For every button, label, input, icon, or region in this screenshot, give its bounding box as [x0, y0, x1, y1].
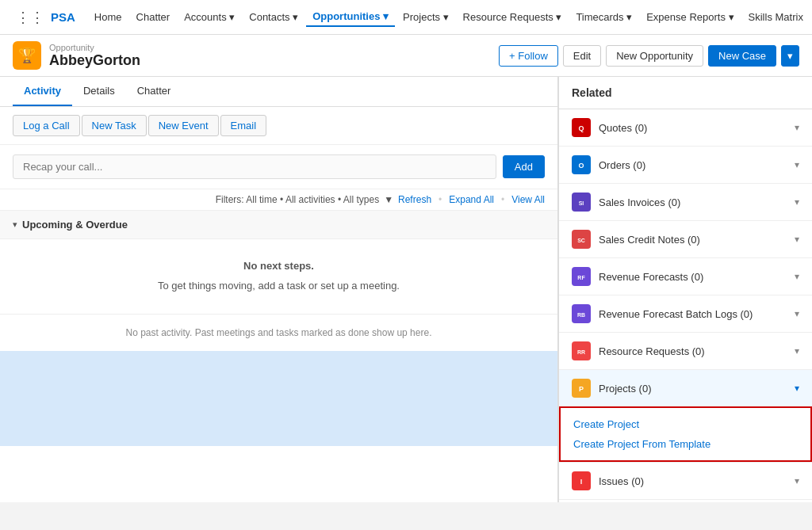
chevron-down-icon: ▾ — [443, 11, 449, 23]
get-things-moving: To get things moving, add a task or set … — [13, 278, 545, 295]
nav-opportunities[interactable]: Opportunities ▾ — [306, 7, 395, 27]
nav-projects[interactable]: Projects ▾ — [396, 8, 455, 26]
revenue-forecast-batch-logs-icon: RB — [572, 304, 591, 323]
chevron-down-icon: ▾ — [729, 11, 734, 23]
related-item-resource-requests[interactable]: RR Resource Requests (0) ▾ — [559, 333, 812, 370]
resource-requests-icon: RR — [572, 341, 591, 360]
new-opportunity-button[interactable]: New Opportunity — [606, 45, 703, 67]
revenue-forecast-batch-logs-chevron: ▾ — [795, 308, 799, 319]
related-item-quotes[interactable]: Q Quotes (0) ▾ — [559, 109, 812, 147]
top-nav-bar: F ⋮⋮ PSA Home Chatter Accounts ▾ Contact… — [0, 0, 812, 35]
new-task-button[interactable]: New Task — [82, 115, 147, 136]
project-dropdown-content: Create Project Create Project From Templ… — [559, 406, 812, 462]
left-panel: Activity Details Chatter Log a Call New … — [0, 77, 558, 502]
revenue-forecast-batch-logs-label: Revenue Forecast Batch Logs (0) — [599, 308, 753, 320]
upcoming-chevron: ▾ — [13, 219, 17, 230]
chevron-down-icon: ▾ — [626, 11, 632, 23]
nav-timecards[interactable]: Timecards ▾ — [569, 8, 638, 26]
nav-skills-matrix[interactable]: Skills Matrix — [742, 8, 810, 26]
empty-state: No next steps. To get things moving, add… — [0, 239, 557, 314]
svg-text:SI: SI — [579, 200, 584, 206]
issues-icon: I — [572, 471, 591, 490]
svg-text:RF: RF — [577, 275, 585, 280]
activity-actions: Log a Call New Task New Event Email — [0, 107, 557, 145]
expand-all-link[interactable]: Expand All — [449, 194, 494, 205]
chevron-down-icon: ▾ — [556, 11, 561, 23]
upcoming-section-header[interactable]: ▾ Upcoming & Overdue — [0, 211, 557, 239]
new-case-button[interactable]: New Case — [708, 45, 776, 67]
opp-name: AbbeyGorton — [49, 52, 140, 69]
filters-text: Filters: All time • All activities • All… — [216, 194, 379, 205]
orders-chevron: ▾ — [795, 159, 799, 170]
issues-chevron: ▾ — [795, 475, 799, 486]
new-event-button[interactable]: New Event — [148, 115, 219, 136]
related-item-orders[interactable]: O Orders (0) ▾ — [559, 147, 812, 184]
grid-icon[interactable]: ⋮⋮ — [16, 9, 44, 26]
revenue-forecasts-icon: RF — [572, 267, 591, 286]
related-item-revenue-forecast-batch-logs[interactable]: RB Revenue Forecast Batch Logs (0) ▾ — [559, 296, 812, 333]
create-project-link[interactable]: Create Project — [573, 414, 798, 434]
sales-invoices-chevron: ▾ — [795, 196, 799, 208]
main-layout: Activity Details Chatter Log a Call New … — [0, 77, 812, 502]
activity-tabs: Activity Details Chatter — [0, 77, 557, 107]
past-activity-text: No past activity. Past meetings and task… — [126, 327, 432, 338]
nav-accounts[interactable]: Accounts ▾ — [178, 8, 241, 26]
nav-chatter[interactable]: Chatter — [130, 8, 177, 26]
sales-credit-notes-label: Sales Credit Notes (0) — [599, 234, 700, 246]
projects-icon: P — [572, 379, 591, 398]
opp-meta: Opportunity AbbeyGorton — [49, 43, 140, 69]
create-project-from-template-link[interactable]: Create Project From Template — [573, 434, 798, 454]
past-activity: No past activity. Past meetings and task… — [0, 314, 557, 351]
nav-contacts[interactable]: Contacts ▾ — [243, 8, 304, 26]
refresh-link[interactable]: Refresh — [398, 194, 431, 205]
projects-label: Projects (0) — [599, 383, 651, 395]
related-item-left-quotes: Q Quotes (0) — [572, 118, 647, 137]
psa-label[interactable]: PSA — [51, 10, 75, 24]
chevron-down-icon: ▾ — [293, 11, 298, 23]
svg-text:RB: RB — [577, 312, 585, 318]
projects-header[interactable]: P Projects (0) ▾ — [559, 370, 812, 406]
separator2: • — [501, 194, 504, 205]
log-call-button[interactable]: Log a Call — [13, 115, 80, 136]
tab-activity[interactable]: Activity — [13, 77, 72, 106]
separator1: • — [439, 194, 442, 205]
related-item-sales-invoices[interactable]: SI Sales Invoices (0) ▾ — [559, 184, 812, 221]
nav-resource-requests[interactable]: Resource Requests ▾ — [457, 8, 569, 26]
tab-chatter[interactable]: Chatter — [126, 77, 182, 106]
add-button[interactable]: Add — [503, 155, 545, 178]
projects-chevron: ▾ — [795, 383, 799, 394]
recap-input[interactable] — [13, 154, 496, 179]
chevron-down-icon: ▾ — [229, 11, 235, 23]
related-header: Related — [559, 77, 812, 109]
issues-label: Issues (0) — [599, 475, 644, 487]
sales-invoices-label: Sales Invoices (0) — [599, 196, 680, 208]
edit-button[interactable]: Edit — [563, 45, 601, 67]
right-panel: Related Q Quotes (0) ▾ O Orders (0) ▾ — [558, 77, 812, 502]
email-button[interactable]: Email — [220, 115, 267, 136]
view-all-link[interactable]: View All — [511, 194, 545, 205]
filter-icon[interactable]: ▼ — [384, 194, 393, 205]
nav-home[interactable]: Home — [88, 8, 128, 26]
sales-credit-notes-chevron: ▾ — [795, 234, 799, 245]
chevron-down-icon: ▾ — [383, 10, 389, 22]
orders-icon: O — [572, 155, 591, 174]
svg-text:O: O — [578, 162, 584, 170]
opp-header-left: 🏆 Opportunity AbbeyGorton — [13, 41, 140, 70]
resource-requests-label: Resource Requests (0) — [599, 345, 705, 357]
revenue-forecasts-label: Revenue Forecasts (0) — [599, 271, 703, 283]
opp-breadcrumb: Opportunity — [49, 43, 140, 52]
related-item-issues[interactable]: I Issues (0) ▾ — [559, 463, 812, 500]
upcoming-title: Upcoming & Overdue — [22, 219, 128, 231]
related-item-revenue-forecasts[interactable]: RF Revenue Forecasts (0) ▾ — [559, 258, 812, 296]
nav-expense-reports[interactable]: Expense Reports ▾ — [640, 8, 740, 26]
svg-text:Q: Q — [578, 124, 584, 132]
tab-details[interactable]: Details — [72, 77, 126, 106]
opportunity-header: 🏆 Opportunity AbbeyGorton + Follow Edit … — [0, 35, 812, 77]
related-item-sales-credit-notes[interactable]: SC Sales Credit Notes (0) ▾ — [559, 221, 812, 258]
case-dropdown-button[interactable]: ▾ — [781, 45, 799, 67]
no-next-steps: No next steps. — [13, 258, 545, 275]
follow-button[interactable]: + Follow — [499, 45, 558, 67]
opp-header-right: + Follow Edit New Opportunity New Case ▾ — [499, 45, 799, 67]
blue-background-area — [0, 351, 557, 446]
related-item-projects: P Projects (0) ▾ Create Project Create P… — [559, 370, 812, 463]
